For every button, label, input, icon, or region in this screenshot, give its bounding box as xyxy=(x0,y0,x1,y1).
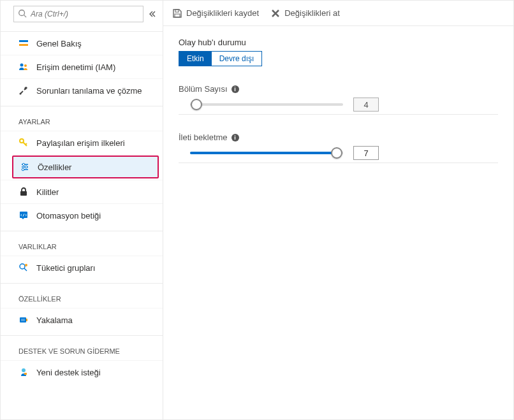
capture-icon xyxy=(18,315,29,325)
sidebar-item-label: Paylaşılan erişim ilkeleri xyxy=(36,138,125,148)
svg-rect-2 xyxy=(19,40,28,42)
info-icon[interactable]: i xyxy=(231,134,239,141)
sidebar-item-label: Özellikler xyxy=(38,163,71,172)
main-panel: Değişiklikleri kaydet Değişiklikleri at … xyxy=(163,1,513,419)
partition-count-field: Bölüm Sayısı i 4 xyxy=(179,84,498,115)
section-header-entities: VARLIKLAR xyxy=(1,231,163,256)
search-input[interactable] xyxy=(31,10,139,18)
key-icon xyxy=(18,138,29,148)
svg-point-5 xyxy=(24,64,27,67)
message-retention-label-text: İleti bekletme xyxy=(179,133,228,142)
message-retention-value[interactable]: 7 xyxy=(353,146,379,160)
save-button-label: Değişiklikleri kaydet xyxy=(186,8,259,18)
toolbar: Değişiklikleri kaydet Değişiklikleri at xyxy=(163,1,513,26)
partition-count-label: Bölüm Sayısı i xyxy=(179,84,498,94)
svg-rect-23 xyxy=(175,14,180,17)
svg-rect-19 xyxy=(21,319,25,321)
sidebar-item-label: Genel Bakış xyxy=(36,39,82,48)
tools-icon xyxy=(18,85,29,96)
sidebar-item-label: Sorunları tanılama ve çözme xyxy=(36,86,142,96)
svg-rect-21 xyxy=(24,373,27,375)
section-header-settings: AYARLAR xyxy=(1,106,163,131)
sidebar-item-label: Erişim denetimi (IAM) xyxy=(36,62,115,72)
sidebar-item-label: Kilitler xyxy=(36,187,59,197)
partition-count-value: 4 xyxy=(353,98,379,112)
message-retention-field: İleti bekletme i 7 xyxy=(179,133,498,163)
overview-icon xyxy=(18,38,29,48)
script-icon xyxy=(18,210,29,221)
status-label: Olay hub'ı durumu xyxy=(179,38,498,47)
sidebar-item-capture[interactable]: Yakalama xyxy=(1,308,163,331)
section-header-support: DESTEK VE SORUN GİDERME xyxy=(1,335,163,360)
sidebar-item-label: Tüketici grupları xyxy=(36,263,95,273)
people-icon xyxy=(18,62,29,72)
sidebar-item-properties[interactable]: Özellikler xyxy=(12,156,159,178)
collapse-sidebar-button[interactable] xyxy=(147,9,158,19)
svg-point-9 xyxy=(22,163,25,166)
discard-button[interactable]: Değişiklikleri at xyxy=(270,8,340,18)
slider-thumb[interactable] xyxy=(331,147,342,159)
sidebar-item-label: Yeni destek isteği xyxy=(36,368,101,377)
sidebar-item-new-support-request[interactable]: Yeni destek isteği xyxy=(1,360,163,384)
partition-count-label-text: Bölüm Sayısı xyxy=(179,84,228,94)
svg-point-4 xyxy=(20,64,24,67)
support-icon xyxy=(18,367,29,377)
svg-point-6 xyxy=(20,93,22,95)
lock-icon xyxy=(18,187,29,197)
discard-icon xyxy=(270,8,281,18)
sidebar: Genel Bakış Erişim denetimi (IAM) Sorunl… xyxy=(1,1,163,419)
consumer-groups-icon xyxy=(18,263,29,273)
save-icon xyxy=(172,8,182,18)
svg-point-11 xyxy=(25,166,27,168)
sidebar-item-shared-access-policies[interactable]: Paylaşılan erişim ilkeleri xyxy=(1,131,163,154)
svg-rect-14 xyxy=(20,191,27,196)
sidebar-item-automation-script[interactable]: Otomasyon betiği xyxy=(1,203,163,227)
status-toggle: Etkin Devre dışı xyxy=(179,51,262,66)
message-retention-label: İleti bekletme i xyxy=(179,133,498,142)
search-box[interactable] xyxy=(13,6,143,22)
svg-point-0 xyxy=(19,10,25,15)
sidebar-item-locks[interactable]: Kilitler xyxy=(1,180,163,203)
search-icon xyxy=(18,9,27,20)
properties-icon xyxy=(20,162,30,172)
sidebar-item-consumer-groups[interactable]: Tüketici grupları xyxy=(1,256,163,279)
status-disabled-option[interactable]: Devre dışı xyxy=(212,52,262,66)
sidebar-item-label: Otomasyon betiği xyxy=(36,211,101,221)
sidebar-item-diagnose[interactable]: Sorunları tanılama ve çözme xyxy=(1,78,163,102)
svg-rect-3 xyxy=(19,44,28,46)
content: Olay hub'ı durumu Etkin Devre dışı Bölüm… xyxy=(163,26,513,175)
discard-button-label: Değişiklikleri at xyxy=(284,8,340,18)
svg-line-1 xyxy=(24,15,27,17)
search-row xyxy=(1,6,163,29)
svg-point-16 xyxy=(20,264,25,269)
sidebar-item-iam[interactable]: Erişim denetimi (IAM) xyxy=(1,55,163,78)
section-header-features: ÖZELLİKLER xyxy=(1,283,163,308)
status-active-option[interactable]: Etkin xyxy=(179,52,212,66)
message-retention-slider[interactable] xyxy=(190,147,343,159)
svg-point-13 xyxy=(22,168,24,171)
sidebar-item-overview[interactable]: Genel Bakış xyxy=(1,31,163,55)
slider-thumb xyxy=(191,99,202,110)
save-button[interactable]: Değişiklikleri kaydet xyxy=(172,8,259,18)
svg-point-17 xyxy=(25,264,27,266)
partition-count-slider xyxy=(190,98,343,111)
info-icon[interactable]: i xyxy=(231,85,239,93)
sidebar-item-label: Yakalama xyxy=(36,315,73,325)
svg-point-20 xyxy=(22,368,26,372)
